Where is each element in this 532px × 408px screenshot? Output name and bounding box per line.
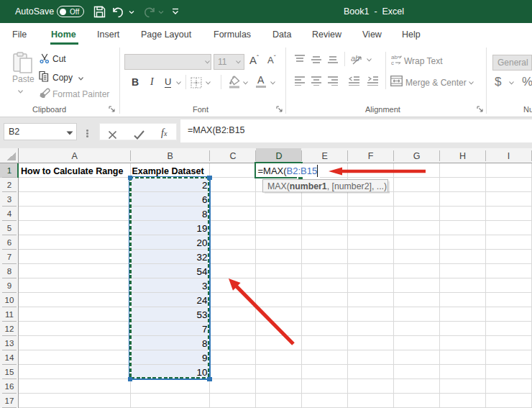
svg-text:17: 17: [5, 396, 14, 405]
svg-text:6: 6: [7, 238, 12, 247]
svg-text:ab: ab: [351, 54, 359, 63]
svg-text:3: 3: [202, 281, 207, 291]
svg-text:10: 10: [197, 367, 208, 378]
svg-text:How to Calculate Range: How to Calculate Range: [21, 166, 123, 176]
svg-text:2: 2: [202, 180, 207, 191]
svg-text:32: 32: [197, 252, 208, 263]
svg-text:5: 5: [7, 224, 12, 232]
svg-text:3: 3: [7, 195, 12, 204]
svg-text:8: 8: [202, 338, 207, 349]
svg-text:10: 10: [5, 296, 14, 304]
svg-text:4: 4: [7, 209, 12, 218]
svg-text:F: F: [368, 151, 374, 161]
svg-text:2: 2: [7, 181, 12, 189]
svg-text:D: D: [275, 151, 282, 161]
svg-text:H: H: [459, 151, 466, 161]
svg-text:19: 19: [197, 223, 208, 234]
svg-text:7: 7: [7, 253, 12, 261]
svg-text:c: c: [391, 60, 394, 65]
svg-text:1: 1: [7, 166, 12, 175]
svg-text:7: 7: [202, 324, 207, 335]
svg-text:Example Dataset: Example Dataset: [132, 166, 205, 176]
svg-text:16: 16: [5, 382, 14, 391]
svg-text:24: 24: [197, 295, 208, 306]
svg-text:MAX(number1, [number2], ...): MAX(number1, [number2], ...): [267, 181, 387, 191]
svg-text:8: 8: [202, 209, 207, 219]
svg-text:9: 9: [7, 281, 12, 290]
svg-text:G: G: [413, 151, 421, 161]
svg-text:15: 15: [5, 368, 14, 376]
svg-text:12: 12: [5, 325, 14, 333]
svg-text:6: 6: [202, 194, 207, 205]
svg-text:E: E: [321, 151, 327, 161]
svg-text:A: A: [72, 151, 78, 161]
svg-text:C: C: [229, 151, 236, 161]
svg-text:13: 13: [5, 339, 14, 348]
svg-text:B: B: [168, 151, 173, 161]
svg-text:14: 14: [5, 353, 14, 362]
svg-text:20: 20: [197, 237, 208, 248]
svg-text:I: I: [508, 151, 510, 161]
svg-text:8: 8: [7, 267, 12, 276]
svg-text:=MAX(B2:B15: =MAX(B2:B15: [258, 166, 318, 176]
svg-text:11: 11: [5, 310, 14, 319]
svg-text:9: 9: [202, 353, 207, 363]
svg-text:54: 54: [197, 266, 208, 277]
svg-text:53: 53: [197, 309, 208, 320]
